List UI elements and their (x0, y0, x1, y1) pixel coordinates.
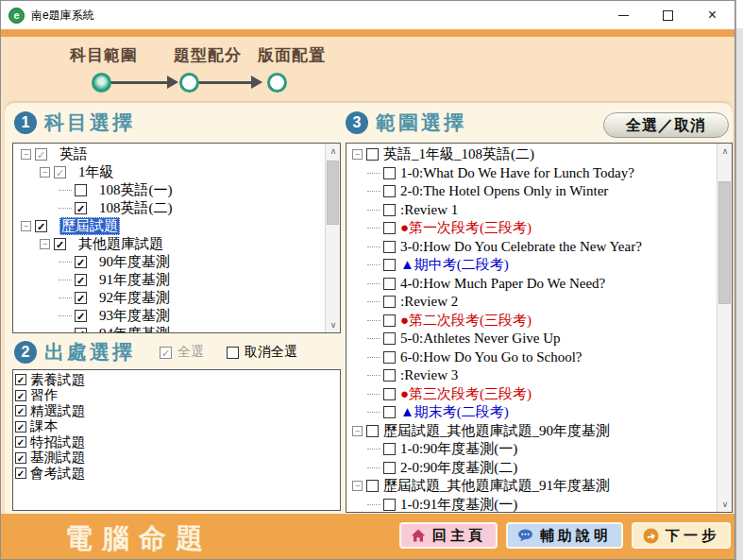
scroll-up-icon[interactable]: ∧ (326, 144, 341, 159)
range-node-label[interactable]: :Review 1 (400, 202, 458, 218)
tree-checkbox[interactable]: ✓ (54, 238, 66, 250)
source-checkbox[interactable]: ✓ (15, 421, 26, 433)
range-node-label[interactable]: 1-0:91年度基測(一) (400, 496, 517, 513)
subject-tree-row[interactable]: −✓英語 (13, 145, 340, 163)
range-tree-row[interactable]: 2-0:The Hotel Opens Only in Winter (346, 182, 732, 201)
tree-expander-icon[interactable]: − (40, 167, 50, 178)
range-tree-row[interactable]: ●第三次段考(三段考) (346, 385, 732, 404)
range-node-label[interactable]: 2-0:The Hotel Opens Only in Winter (400, 183, 608, 199)
range-checkbox[interactable] (383, 241, 396, 253)
subject-tree-row[interactable]: ✓108英語(二) (13, 199, 340, 217)
subject-tree-row[interactable]: ✓94年度基測 (13, 325, 340, 333)
tree-node-label[interactable]: 其他題庫試題 (78, 235, 163, 253)
range-tree-row[interactable]: 3-0:How Do You Celebrate the New Year? (346, 238, 732, 257)
range-node-label[interactable]: 歷屆試題_其他題庫試題_90年度基測 (383, 422, 610, 440)
step-circle-1[interactable] (92, 73, 111, 93)
range-node-label[interactable]: :Review 2 (400, 294, 458, 310)
range-node-label[interactable]: 6-0:How Do You Go to School? (400, 349, 583, 365)
range-tree-row[interactable]: −歷屆試題_其他題庫試題_91年度基測 (346, 477, 732, 496)
range-checkbox[interactable] (383, 332, 396, 345)
subject-tree-row[interactable]: ✓91年度基測 (13, 271, 340, 289)
source-list-item[interactable]: ✓素養試題 (13, 372, 340, 388)
help-button[interactable]: 輔助說明 (506, 522, 623, 549)
scroll-up-icon[interactable]: ∧ (718, 144, 733, 159)
source-list-item[interactable]: ✓特招試題 (13, 434, 340, 450)
minimize-button[interactable] (601, 1, 646, 29)
range-node-label[interactable]: 2-0:90年度基測(二) (400, 459, 517, 477)
range-tree-row[interactable]: 2-0:90年度基測(二) (346, 459, 732, 478)
source-checkbox[interactable]: ✓ (15, 374, 26, 385)
range-node-label[interactable]: 1-0:90年度基測(一) (400, 440, 517, 458)
range-tree-row[interactable]: ▲期中考(二段考) (346, 256, 732, 275)
range-node-label[interactable]: ▲期末考(二段考) (400, 403, 509, 421)
tree-expander-icon[interactable]: − (40, 239, 50, 249)
source-checkbox[interactable]: ✓ (15, 452, 26, 464)
select-all-checkbox-group[interactable]: ✓ 全選 (160, 344, 204, 361)
scroll-thumb[interactable] (327, 161, 339, 225)
tree-node-label[interactable]: 91年度基測 (99, 271, 170, 289)
range-tree-scrollbar[interactable]: ∧ ∨ (717, 144, 732, 512)
tree-checkbox[interactable]: ✓ (75, 328, 87, 333)
subject-tree-row[interactable]: −✓1年級 (13, 163, 340, 181)
range-tree-row[interactable]: ●第一次段考(三段考) (346, 219, 732, 238)
tree-node-label[interactable]: 英語 (59, 145, 88, 163)
range-checkbox[interactable] (383, 443, 396, 455)
range-tree-row[interactable]: −英語_1年級_108英語(二) (346, 145, 732, 164)
range-checkbox[interactable] (383, 259, 396, 271)
tree-expander-icon[interactable]: − (352, 426, 363, 436)
select-all-checkbox[interactable]: ✓ (160, 347, 172, 359)
step-circle-2[interactable] (179, 73, 199, 93)
range-tree-row[interactable]: 1-0:91年度基測(一) (346, 496, 732, 514)
tree-expander-icon[interactable]: − (21, 149, 31, 160)
select-all-toggle-button[interactable]: 全選／取消 (603, 112, 729, 138)
tree-node-label[interactable]: 92年度基測 (99, 289, 170, 307)
source-list-item[interactable]: ✓基測試題 (13, 450, 340, 467)
tree-node-label[interactable]: 108英語(二) (99, 199, 173, 217)
range-checkbox[interactable] (366, 480, 379, 492)
scroll-thumb[interactable] (718, 181, 731, 304)
range-checkbox[interactable] (366, 425, 379, 437)
subject-tree-row[interactable]: 108英語(一) (13, 181, 340, 199)
tree-node-label[interactable]: 歷屆試題 (59, 217, 120, 235)
subject-tree-row[interactable]: ✓92年度基測 (13, 289, 340, 307)
range-checkbox[interactable] (383, 296, 396, 308)
select-all-label[interactable]: 全選 (177, 344, 204, 361)
range-tree-row[interactable]: :Review 1 (346, 201, 732, 220)
source-checkbox[interactable]: ✓ (15, 467, 26, 479)
subject-tree-row[interactable]: −✓歷屆試題 (13, 217, 340, 235)
tree-node-label[interactable]: 1年級 (78, 163, 114, 181)
source-checkbox[interactable]: ✓ (15, 405, 26, 416)
step-circle-3[interactable] (267, 73, 287, 93)
range-node-label[interactable]: ▲期中考(二段考) (400, 256, 509, 274)
deselect-all-checkbox[interactable] (227, 347, 239, 359)
tree-checkbox[interactable]: ✓ (54, 166, 66, 178)
range-tree-row[interactable]: ●第二次段考(三段考) (346, 312, 732, 331)
range-node-label[interactable]: :Review 3 (400, 367, 458, 383)
range-node-label[interactable]: ●第一次段考(三段考) (400, 219, 532, 237)
tree-checkbox[interactable]: ✓ (75, 292, 87, 304)
range-checkbox[interactable] (383, 406, 396, 418)
tree-checkbox[interactable]: ✓ (75, 256, 87, 268)
range-checkbox[interactable] (383, 351, 396, 364)
range-checkbox[interactable] (383, 314, 396, 327)
range-node-label[interactable]: 3-0:How Do You Celebrate the New Year? (400, 239, 642, 255)
source-item-label[interactable]: 會考試題 (30, 465, 85, 483)
range-tree-row[interactable]: :Review 2 (346, 293, 732, 312)
maximize-button[interactable] (646, 1, 690, 29)
next-step-button[interactable]: 下一步 (632, 522, 731, 549)
source-list-item[interactable]: ✓習作 (13, 388, 340, 404)
close-button[interactable]: × (690, 1, 735, 29)
tree-checkbox[interactable]: ✓ (75, 274, 87, 286)
range-checkbox[interactable] (383, 499, 396, 511)
source-checkbox[interactable]: ✓ (15, 390, 26, 401)
tree-checkbox[interactable]: ✓ (75, 310, 87, 322)
tree-node-label[interactable]: 90年度基測 (99, 253, 170, 271)
range-tree-row[interactable]: 6-0:How Do You Go to School? (346, 348, 732, 367)
range-checkbox[interactable] (383, 167, 396, 179)
subject-tree-scrollbar[interactable]: ∧ ∨ (325, 144, 340, 332)
tree-node-label[interactable]: 93年度基測 (99, 307, 170, 325)
tree-expander-icon[interactable]: − (352, 481, 363, 491)
source-list-item[interactable]: ✓精選試題 (13, 403, 340, 419)
range-checkbox[interactable] (383, 462, 396, 474)
range-tree-row[interactable]: −歷屆試題_其他題庫試題_90年度基測 (346, 422, 732, 441)
